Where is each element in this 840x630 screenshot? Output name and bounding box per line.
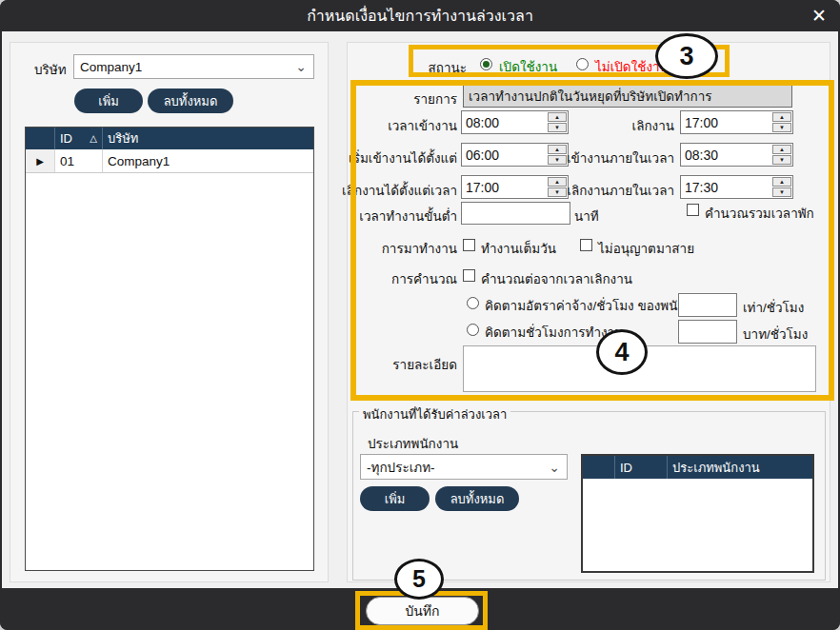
in-by-input[interactable] [682,145,772,165]
employee-group-title: พนักงานที่ได้รับค่าล่วงเวลา [359,404,510,424]
spin-up-icon[interactable]: ▲ [772,112,791,122]
time-out-spinner[interactable]: ▲▼ [680,110,793,134]
company-table-header: ID △ บริษัท [26,128,313,149]
rate-by-wage-label[interactable]: คิดตามอัตราค่าจ้าง/ชั่วโมง ของพนักงาน [485,295,708,316]
company-label: บริษัท [34,59,67,80]
rate-by-hours-input[interactable] [678,320,737,344]
title-bar: กำหนดเงื่อนไขการทำงานล่วงเวลา ✕ [0,0,840,31]
id-column-header[interactable]: ID [614,456,667,479]
row-id-cell: 01 [54,149,102,172]
in-by-spinner[interactable]: ▲▼ [680,143,793,167]
time-in-label: เวลาเข้างาน [314,115,457,136]
row-selector-icon: ▶ [26,149,54,172]
chevron-down-icon: ⌄ [549,460,567,475]
calculation-label: การคำนวณ [314,268,457,289]
chevron-down-icon: ⌄ [295,59,313,74]
annotation-step-4: 4 [596,329,648,375]
no-late-checkbox[interactable] [580,239,592,251]
company-add-button[interactable]: เพิ่ม [74,89,143,113]
min-work-label: เวลาทำงานขั้นต่ำ [314,206,457,226]
employee-type-select[interactable]: -ทุกประเภท- ⌄ [360,454,568,480]
no-late-label[interactable]: ไม่อนุญาตมาสาย [598,238,694,259]
item-field: เวลาทำงานปกติในวันหยุดที่บริษัทเปิดทำการ [463,84,792,108]
table-row[interactable]: ▶ 01 Company1 [26,149,313,173]
full-day-checkbox[interactable] [463,239,475,251]
sort-ascending-icon: △ [90,133,97,144]
status-inactive-radio[interactable] [576,58,589,70]
out-by-label: เลิกงานภายในเวลา [535,180,674,201]
rate-by-wage-unit-label: เท่า/ชั่วโมง [743,297,804,318]
after-time-out-label[interactable]: คำนวณต่อจากเวลาเลิกงาน [481,268,632,289]
dialog-title: กำหนดเงื่อนไขการทำงานล่วงเวลา [0,0,840,31]
annotation-step-3: 3 [655,33,718,79]
status-active-radio[interactable] [480,58,492,70]
spin-down-icon[interactable]: ▼ [772,123,791,132]
close-icon[interactable]: ✕ [806,4,832,29]
spin-up-icon[interactable]: ▲ [772,145,791,154]
company-select[interactable]: Company1 ⌄ [73,54,314,79]
rate-by-hours-unit-label: บาท/ชั่วโมง [743,324,808,345]
out-by-input[interactable] [682,177,772,197]
employee-delete-all-button[interactable]: ลบทั้งหมด [435,486,519,511]
row-company-cell: Company1 [102,149,313,172]
out-by-spinner[interactable]: ▲▼ [680,175,793,199]
employee-table: ID ประเภทพนักงาน [581,454,814,573]
rate-by-hours-radio[interactable] [467,324,479,336]
employee-add-button[interactable]: เพิ่ม [360,486,430,511]
annotation-step-5: 5 [394,559,444,600]
time-out-input[interactable] [682,112,772,132]
in-by-label: เข้างานภายในเวลา [535,148,674,168]
company-table: ID △ บริษัท ▶ 01 Company1 [25,127,314,571]
spin-down-icon[interactable]: ▼ [772,187,791,197]
time-out-label: เลิกงาน [535,115,674,136]
earliest-out-label: เลิกงานได้ตั้งแต่เวลา [314,180,457,201]
item-label: รายการ [362,89,457,109]
employee-table-header: ID ประเภทพนักงาน [583,456,812,479]
status-label: สถานะ [400,57,467,78]
company-delete-all-button[interactable]: ลบทั้งหมด [148,89,233,113]
employee-type-label: ประเภทพนักงาน [368,433,458,454]
type-column-header[interactable]: ประเภทพนักงาน [667,456,812,479]
earliest-in-label: เริ่มเข้างานได้ตั้งแต่ [314,148,457,168]
id-column-header[interactable]: ID △ [54,128,102,149]
spin-down-icon[interactable]: ▼ [772,155,791,165]
status-active-label[interactable]: เปิดใช้งาน [499,56,557,77]
min-work-unit-label: นาที [574,206,599,226]
spin-up-icon[interactable]: ▲ [772,177,791,187]
attendance-label: การมาทำงาน [314,238,457,259]
company-column-header[interactable]: บริษัท [102,128,313,149]
include-break-label[interactable]: คำนวณรวมเวลาพัก [705,203,814,224]
save-button[interactable]: บันทึก [366,597,479,625]
include-break-checkbox[interactable] [687,204,699,216]
overtime-conditions-dialog: กำหนดเงื่อนไขการทำงานล่วงเวลา ✕ บริษัท C… [0,0,840,630]
rate-by-wage-radio[interactable] [467,297,479,309]
company-select-value: Company1 [80,60,142,74]
after-time-out-checkbox[interactable] [463,269,475,282]
employee-type-select-value: -ทุกประเภท- [367,457,435,478]
selector-column-header [583,456,614,479]
selector-column-header [26,128,54,149]
rate-by-wage-input[interactable] [678,293,737,317]
min-work-input[interactable] [461,202,570,225]
details-label: รายละเอียด [390,354,457,375]
full-day-label[interactable]: ทำงานเต็มวัน [481,238,556,259]
